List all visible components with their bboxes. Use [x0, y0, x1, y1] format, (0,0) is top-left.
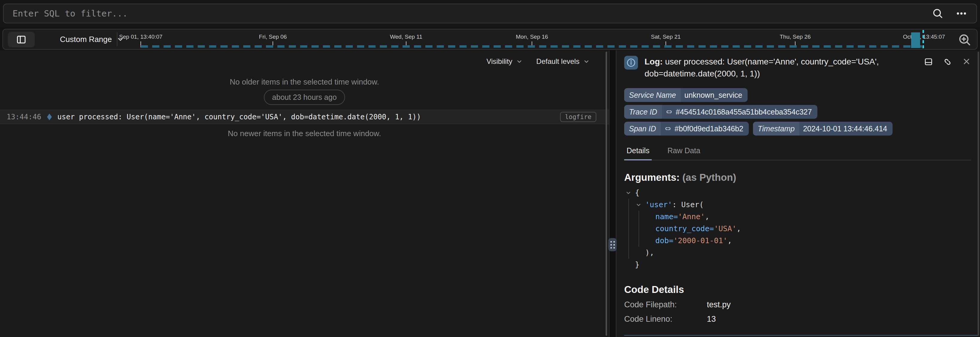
sql-filter-input[interactable]: [13, 8, 932, 19]
panel-resize-divider[interactable]: [609, 50, 616, 337]
code-details-row: Code Filepath:test.py: [624, 300, 971, 310]
timeline-tick-label: Thu, Sep 26: [780, 34, 811, 40]
timeline-zoom-button[interactable]: [957, 32, 972, 47]
code-caret-spacer: [646, 223, 655, 235]
code-token: country_code=: [655, 223, 714, 235]
badge-value-text: unknown_service: [684, 91, 742, 99]
code-token: : User(: [672, 199, 703, 211]
code-line: 'user': User(: [625, 199, 971, 211]
no-newer-items-note: No newer items in the selected time wind…: [0, 129, 609, 138]
list-panel-header: Visibility Default levels: [0, 50, 609, 73]
indent-guide: [636, 211, 646, 223]
code-token: ,: [727, 235, 732, 247]
badge-service-name[interactable]: Service Nameunknown_service: [624, 88, 748, 102]
timeline-tick-label: Wed, Sep 11: [390, 34, 422, 40]
code-line: {: [625, 187, 971, 199]
code-token: ,: [737, 223, 741, 235]
link-icon: [665, 108, 673, 115]
code-caret-spacer: [636, 247, 645, 259]
code-details-heading: Code Details: [624, 284, 971, 295]
badge-label: Service Name: [624, 88, 681, 102]
ellipsis-menu-icon[interactable]: [955, 8, 967, 19]
close-icon[interactable]: [962, 57, 971, 66]
code-details-row: Code Lineno:13: [624, 314, 971, 324]
sql-filter-box[interactable]: [3, 3, 977, 23]
metadata-badges: Service Nameunknown_serviceTrace ID#4545…: [624, 88, 927, 136]
code-caret-cell[interactable]: [625, 187, 635, 199]
search-icon[interactable]: [932, 8, 943, 19]
code-token: 'Anne': [678, 211, 705, 223]
code-details-rows: Code Filepath:test.pyCode Lineno:13: [624, 300, 971, 324]
code-caret-spacer: [646, 235, 655, 247]
arguments-heading: Arguments: (as Python): [624, 172, 971, 183]
log-row-timestamp: 13:44:46: [6, 113, 41, 121]
badge-timestamp[interactable]: Timestamp2024-10-01 13:44:46.414: [753, 122, 892, 136]
copy-link-icon[interactable]: [941, 55, 954, 69]
code-token: {: [635, 187, 640, 199]
log-row-tag: logfire: [560, 112, 596, 122]
log-list-row[interactable]: 13:44:46 user processed: User(name='Anne…: [0, 110, 609, 124]
code-line: country_code='USA',: [625, 223, 971, 235]
arguments-heading-text: Arguments:: [624, 172, 679, 183]
timeline-tick-label: Mon, Sep 16: [516, 34, 548, 40]
resize-grip-handle[interactable]: [608, 238, 617, 251]
arguments-subheading: (as Python): [679, 172, 736, 183]
collapse-caret-icon[interactable]: [636, 202, 641, 208]
chevron-down-icon: [583, 58, 590, 65]
link-icon: [664, 125, 671, 132]
code-token: '2000-01-01': [673, 235, 727, 247]
badge-span-id[interactable]: Span ID#b0f0d9ed1ab346b2: [624, 122, 749, 136]
indent-guide: [625, 199, 636, 211]
timeline-tick-label: Sep 01, 13:40:07: [119, 34, 162, 40]
tab-details[interactable]: Details: [624, 143, 652, 160]
visibility-label: Visibility: [487, 57, 512, 65]
badge-label: Timestamp: [753, 122, 799, 136]
dock-panel-icon[interactable]: [924, 57, 933, 67]
code-token: ),: [645, 247, 654, 259]
indent-guide: [636, 235, 646, 247]
visibility-dropdown[interactable]: Visibility: [487, 57, 522, 65]
time-ago-wrap: about 23 hours ago: [0, 89, 609, 105]
badge-value: #b0f0d9ed1ab346b2: [661, 122, 748, 136]
indent-guide: [625, 247, 636, 259]
timeline-tick-label: Sat, Sep 21: [651, 34, 681, 40]
no-older-items-note: No older items in the selected time wind…: [0, 77, 609, 87]
tab-raw-data[interactable]: Raw Data: [665, 143, 703, 160]
code-caret-spacer: [625, 259, 635, 271]
timeline-bar: Custom Range Sep 01, 13:40:07Fri, Sep 06…: [2, 29, 978, 50]
log-row-message: user processed: User(name='Anne', countr…: [57, 113, 555, 121]
default-levels-dropdown[interactable]: Default levels: [536, 57, 590, 65]
badge-value-text: #454514c0168a455a51bb4ceba354c327: [676, 108, 812, 116]
detail-tabs: DetailsRaw Data: [624, 143, 971, 160]
timeline-tick-label: Oct 01, 13:45:07: [903, 34, 945, 40]
chevron-down-icon: [516, 58, 523, 65]
indent-guide: [625, 235, 636, 247]
list-panel-scrollbar[interactable]: [606, 51, 607, 336]
detail-title-text: user processed: User(name='Anne', countr…: [644, 57, 879, 78]
detail-title: Log: user processed: User(name='Anne', c…: [644, 56, 917, 80]
code-details-value: 13: [707, 315, 716, 324]
code-token: 'user': [645, 199, 672, 211]
indent-guide: [625, 211, 636, 223]
code-caret-spacer: [646, 211, 655, 223]
timeline-dashed-baseline: [141, 45, 925, 48]
badge-value: unknown_service: [681, 88, 748, 102]
badge-trace-id[interactable]: Trace ID#454514c0168a455a51bb4ceba354c32…: [624, 105, 818, 119]
detail-header-actions: [924, 56, 971, 80]
code-token: dob=: [655, 235, 673, 247]
detail-panel-scrollbar[interactable]: [978, 51, 979, 336]
log-level-diamond-icon: [47, 113, 52, 121]
code-token: name=: [655, 211, 678, 223]
timeline-cursor-line: [923, 30, 924, 49]
timeline-ticks[interactable]: Sep 01, 13:40:07Fri, Sep 06Wed, Sep 11Mo…: [3, 29, 977, 49]
code-token: ,: [705, 211, 710, 223]
arguments-code-tree: {'user': User(name='Anne',country_code='…: [624, 187, 971, 271]
code-details-value: test.py: [707, 300, 731, 310]
code-caret-cell[interactable]: [636, 199, 645, 211]
detail-title-kind: Log:: [644, 57, 663, 66]
badge-label: Trace ID: [624, 105, 662, 119]
code-details-label: Code Lineno:: [624, 315, 707, 324]
collapse-caret-icon[interactable]: [625, 190, 632, 196]
badge-value-text: 2024-10-01 13:44:46.414: [803, 125, 887, 133]
zoom-in-icon: [958, 33, 972, 47]
